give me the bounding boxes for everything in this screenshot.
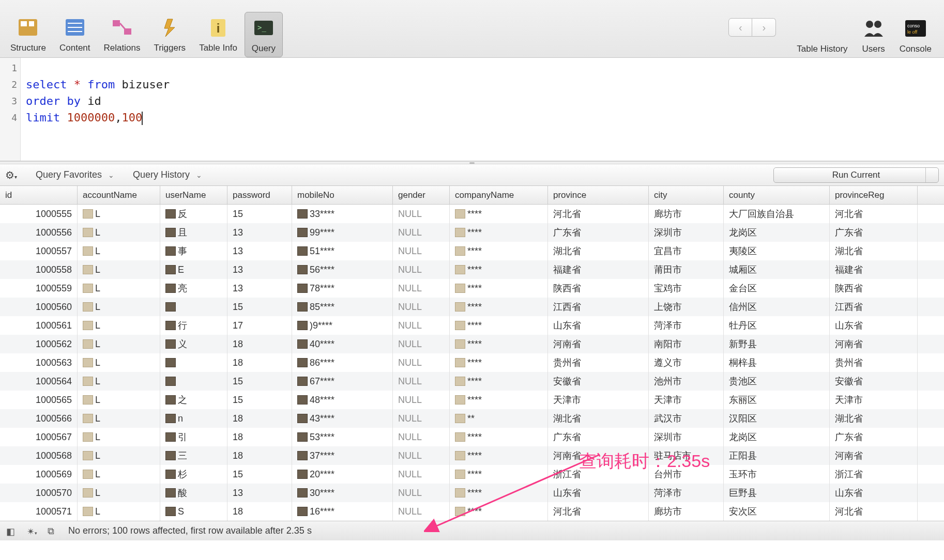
table-row[interactable]: 1000568L三1837****NULL****河南省驻马店市正阳县河南省 [0, 446, 944, 465]
column-header-province[interactable]: province [548, 186, 649, 204]
column-header-mobileNo[interactable]: mobileNo [292, 186, 393, 204]
table-row[interactable]: 1000567L引1853****NULL****广东省深圳市龙岗区广东省 [0, 428, 944, 446]
cell-id: 1000571 [0, 502, 78, 521]
cell-password: 13 [227, 260, 292, 279]
expand-icon[interactable]: ◧ [6, 526, 17, 536]
cell-city: 深圳市 [649, 428, 724, 446]
table-row[interactable]: 1000555L反1533****NULL****河北省廊坊市大厂回族自治县河北… [0, 205, 944, 223]
cell-province: 天津市 [548, 391, 649, 409]
cell-userName: 事 [160, 242, 227, 260]
cell-password: 15 [227, 391, 292, 409]
table-row[interactable]: 1000563L1886****NULL****贵州省遵义市桐梓县贵州省 [0, 353, 944, 372]
cell-gender: NULL [393, 279, 450, 298]
cell-gender: NULL [393, 242, 450, 260]
cell-city: 驻马店市 [649, 446, 724, 465]
cell-provinceReg: 河南省 [830, 446, 918, 465]
cell-county: 新野县 [724, 335, 830, 353]
structure-button-icon [16, 16, 40, 39]
cell-userName: 亮 [160, 279, 227, 298]
cell-userName: 酸 [160, 484, 227, 502]
query-history-dropdown[interactable]: Query History ⌄ [133, 169, 202, 180]
table-row[interactable]: 1000560L1585****NULL****江西省上饶市信州区江西省 [0, 298, 944, 316]
column-header-gender[interactable]: gender [393, 186, 450, 204]
cell-province: 广东省 [548, 428, 649, 446]
column-header-companyName[interactable]: companyName [450, 186, 548, 204]
column-header-password[interactable]: password [227, 186, 292, 204]
cell-accountName: L [78, 223, 160, 242]
column-header-userName[interactable]: userName [160, 186, 227, 204]
sql-editor-content[interactable]: select * from bizuserorder by idlimit 10… [21, 58, 944, 161]
table-row[interactable]: 1000561L行17)9****NULL****山东省菏泽市牡丹区山东省 [0, 316, 944, 335]
structure-button[interactable]: Structure [4, 12, 52, 57]
cell-city: 南阳市 [649, 335, 724, 353]
gear-icon[interactable]: ⚙▾ [5, 169, 17, 181]
copy-icon[interactable]: ⧉ [48, 526, 58, 536]
main-toolbar: StructureContentRelationsTriggersiTable … [0, 0, 944, 58]
cell-province: 福建省 [548, 260, 649, 279]
query-button[interactable]: >_Query [245, 12, 283, 57]
query-favorites-dropdown[interactable]: Query Favorites ⌄ [36, 169, 114, 180]
gear-icon[interactable]: ✴▾ [27, 526, 37, 536]
column-header-county[interactable]: county [724, 186, 830, 204]
svg-text:le off: le off [907, 29, 918, 35]
column-header-accountName[interactable]: accountName [78, 186, 160, 204]
cell-id: 1000562 [0, 335, 78, 353]
cell-accountName: L [78, 242, 160, 260]
cell-province: 贵州省 [548, 353, 649, 372]
table-row[interactable]: 1000565L之1548****NULL****天津市天津市东丽区天津市 [0, 391, 944, 409]
cell-companyName: **** [450, 223, 548, 242]
table-history-button[interactable]: Table History [790, 13, 854, 57]
run-current-button[interactable]: Run Current [773, 167, 939, 183]
table-header: id accountName userName password mobileN… [0, 186, 944, 205]
content-button[interactable]: Content [53, 12, 97, 57]
table-row[interactable]: 1000558LE1356****NULL****福建省莆田市城厢区福建省 [0, 260, 944, 279]
cell-id: 1000557 [0, 242, 78, 260]
table-info-button[interactable]: iTable Info [193, 12, 243, 57]
table-row[interactable]: 1000556L且1399****NULL****广东省深圳市龙岗区广东省 [0, 223, 944, 242]
table-row[interactable]: 1000559L亮1378****NULL****陕西省宝鸡市金台区陕西省 [0, 279, 944, 298]
cell-provinceReg: 河北省 [830, 205, 918, 223]
cell-gender: NULL [393, 502, 450, 521]
table-row[interactable]: 1000562L义1840****NULL****河南省南阳市新野县河南省 [0, 335, 944, 353]
cell-county: 正阳县 [724, 446, 830, 465]
cell-mobileNo: 78**** [292, 279, 393, 298]
table-row[interactable]: 1000570L酸1330****NULL****山东省菏泽市巨野县山东省 [0, 484, 944, 502]
console-button[interactable]: console offConsole [893, 13, 938, 57]
column-header-provinceReg[interactable]: provinceReg [830, 186, 918, 204]
cell-userName: 反 [160, 205, 227, 223]
table-row[interactable]: 1000564L1567****NULL****安徽省池州市贵池区安徽省 [0, 372, 944, 391]
cell-province: 河南省 [548, 446, 649, 465]
cell-companyName: **** [450, 465, 548, 484]
nav-buttons: ‹ › [728, 18, 776, 37]
cell-gender: NULL [393, 205, 450, 223]
table-row[interactable]: 1000571LS1816****NULL****河北省廊坊市安次区河北省 [0, 502, 944, 521]
cell-userName: 义 [160, 335, 227, 353]
table-row[interactable]: 1000566Ln1843****NULL**湖北省武汉市汉阳区湖北省 [0, 409, 944, 428]
cell-gender: NULL [393, 372, 450, 391]
cell-id: 1000556 [0, 223, 78, 242]
table-row[interactable]: 1000569L杉1520****NULL****浙江省台州市玉环市浙江省 [0, 465, 944, 484]
cell-mobileNo: 56**** [292, 260, 393, 279]
cell-provinceReg: 浙江省 [830, 465, 918, 484]
users-button[interactable]: Users [855, 13, 892, 57]
cell-companyName: **** [450, 484, 548, 502]
triggers-button[interactable]: Triggers [147, 12, 192, 57]
cell-county: 大厂回族自治县 [724, 205, 830, 223]
cell-province: 湖北省 [548, 409, 649, 428]
users-button-icon [861, 17, 886, 40]
column-header-id[interactable]: id [0, 186, 78, 204]
table-row[interactable]: 1000557L事1351****NULL****湖北省宜昌市夷陵区湖北省 [0, 242, 944, 260]
nav-forward-button[interactable]: › [752, 18, 776, 37]
sql-editor[interactable]: 1234 select * from bizuserorder by idlim… [0, 58, 944, 161]
nav-back-button[interactable]: ‹ [728, 18, 752, 37]
relations-button[interactable]: Relations [98, 12, 147, 57]
cell-companyName: **** [450, 260, 548, 279]
cell-county: 巨野县 [724, 484, 830, 502]
cell-city: 廊坊市 [649, 205, 724, 223]
column-header-city[interactable]: city [649, 186, 724, 204]
cell-companyName: **** [450, 205, 548, 223]
cell-city: 天津市 [649, 391, 724, 409]
pane-divider[interactable] [0, 161, 944, 164]
cell-userName: n [160, 409, 227, 428]
cell-gender: NULL [393, 335, 450, 353]
